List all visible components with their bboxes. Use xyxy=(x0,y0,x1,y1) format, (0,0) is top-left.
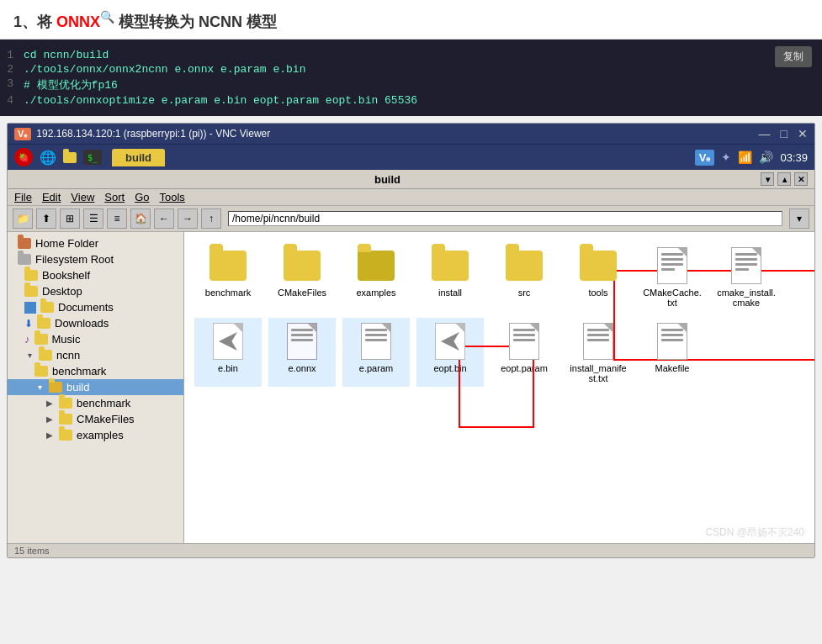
sidebar-build-label: build xyxy=(66,381,89,393)
text-file-cmake-install-icon xyxy=(731,247,761,284)
line-content-2: ./tools/onnx/onnx2ncnn e.onnx e.param e.… xyxy=(24,63,305,76)
sidebar-item-cmakefiles[interactable]: ▶ CMakeFiles xyxy=(8,411,183,427)
maximize-button[interactable]: □ xyxy=(781,127,788,140)
file-item-cmake-install[interactable]: cmake_install.cmake xyxy=(713,242,780,311)
parent-btn[interactable]: ↑ xyxy=(201,209,221,229)
file-label-benchmark: benchmark xyxy=(205,288,251,298)
address-dropdown-btn[interactable]: ▾ xyxy=(789,209,809,229)
sidebar-item-desktop[interactable]: Desktop xyxy=(8,283,183,299)
file-label-makefile: Makefile xyxy=(655,363,690,373)
heading-suffix: 模型转换为 NCNN 模型 xyxy=(114,13,277,30)
menu-file[interactable]: File xyxy=(14,191,32,203)
code-block: 复制 1 cd ncnn/build 2 ./tools/onnx/onnx2n… xyxy=(0,40,822,116)
sidebar-ncnn-benchmark-label: benchmark xyxy=(52,365,106,377)
back-btn[interactable]: ← xyxy=(154,209,174,229)
menu-edit[interactable]: Edit xyxy=(42,191,61,203)
fm-toolbar: 📁 ⬆ ⊞ ☰ ≡ 🏠 ← → ↑ /home/pi/ncnn/build ▾ xyxy=(8,206,814,232)
folder-benchmark-icon xyxy=(209,251,247,281)
onnx-text: ONNX xyxy=(56,13,100,30)
file-item-tools[interactable]: tools xyxy=(565,242,632,311)
ncnn-folder-icon xyxy=(39,350,52,361)
sidebar-item-build[interactable]: ▾ build xyxy=(8,379,183,395)
globe-icon: 🌐 xyxy=(40,150,56,166)
file-item-makefile[interactable]: Makefile xyxy=(639,318,706,387)
file-manager: build ▾ ▴ ✕ File Edit View Sort Go Tools… xyxy=(8,170,814,557)
address-bar[interactable]: /home/pi/ncnn/build xyxy=(228,211,782,226)
sidebar-item-downloads[interactable]: ⬇ Downloads xyxy=(8,315,183,331)
file-label-install-manifest: install_manifest.txt xyxy=(568,363,628,383)
file-item-cmakecache[interactable]: CMakeCache.txt xyxy=(639,242,706,311)
file-item-examples[interactable]: examples xyxy=(342,242,410,311)
menu-tools[interactable]: Tools xyxy=(160,191,185,203)
vnc-toolbar-left: 🍓 🌐 $_ build xyxy=(14,148,165,166)
sidebar-item-bookshelf[interactable]: Bookshelf xyxy=(8,267,183,283)
menu-sort[interactable]: Sort xyxy=(104,191,125,203)
sidebar-item-ncnn[interactable]: ▾ ncnn xyxy=(8,347,183,363)
volume-icon: 🔊 xyxy=(759,150,773,164)
sidebar-item-examples[interactable]: ▶ examples xyxy=(8,427,183,443)
line-content-3: # 模型优化为fp16 xyxy=(24,77,118,92)
file-item-ebin[interactable]: e.bin xyxy=(194,318,262,387)
file-label-eoptparam: eopt.param xyxy=(501,363,548,373)
fm-close-btn[interactable]: ✕ xyxy=(794,172,808,186)
view-detail-btn[interactable]: ≡ xyxy=(107,209,127,229)
benchmark2-icon xyxy=(59,398,72,409)
sidebar-examples-label: examples xyxy=(77,429,124,441)
file-label-eoptbin: eopt.bin xyxy=(433,363,466,373)
file-item-eoptbin[interactable]: eopt.bin xyxy=(416,318,484,387)
sidebar-item-benchmark2[interactable]: ▶ benchmark xyxy=(8,395,183,411)
folder-icon xyxy=(63,152,77,163)
fm-menubar: File Edit View Sort Go Tools xyxy=(8,189,814,206)
file-item-src[interactable]: src xyxy=(491,242,558,311)
cmakefiles-icon xyxy=(59,414,72,425)
up-btn[interactable]: ⬆ xyxy=(36,209,56,229)
menu-view[interactable]: View xyxy=(71,191,94,203)
fm-header: build ▾ ▴ ✕ xyxy=(8,170,814,189)
documents-folder-icon xyxy=(40,302,54,313)
file-label-src: src xyxy=(518,288,531,298)
vnc-logo-badge: Vₑ xyxy=(14,128,31,140)
file-item-install[interactable]: install xyxy=(416,242,484,311)
file-item-install-manifest[interactable]: install_manifest.txt xyxy=(565,318,632,387)
makefile-icon xyxy=(657,323,687,360)
filesystem-icon xyxy=(18,254,31,265)
file-item-benchmark[interactable]: benchmark xyxy=(194,242,262,311)
build-tab[interactable]: build xyxy=(112,149,165,166)
fm-maximize-btn[interactable]: ▴ xyxy=(777,172,791,186)
file-label-examples: examples xyxy=(356,288,395,298)
sidebar-item-documents[interactable]: Documents xyxy=(8,299,183,315)
forward-btn[interactable]: → xyxy=(178,209,198,229)
line-num-4: 4 xyxy=(0,94,24,107)
file-label-cmakefiles: CMakeFiles xyxy=(278,288,326,298)
fm-status-text: 15 items xyxy=(14,546,50,556)
fm-minimize-btn[interactable]: ▾ xyxy=(761,172,774,186)
file-item-eonnx[interactable]: e.onnx xyxy=(268,318,336,387)
new-folder-btn[interactable]: 📁 xyxy=(13,209,33,229)
sidebar-item-home-folder[interactable]: Home Folder xyxy=(8,235,183,251)
cmakefiles-expand-icon: ▶ xyxy=(45,414,55,425)
view-grid-btn[interactable]: ⊞ xyxy=(60,209,80,229)
code-line-2: 2 ./tools/onnx/onnx2ncnn e.onnx e.param … xyxy=(0,62,822,77)
file-item-eparam[interactable]: e.param xyxy=(342,318,410,387)
build-folder-icon xyxy=(49,382,62,393)
menu-go[interactable]: Go xyxy=(135,191,149,203)
ncnn-benchmark-icon xyxy=(34,366,48,377)
sidebar-item-filesystem[interactable]: Filesystem Root xyxy=(8,251,183,267)
folder-src-icon xyxy=(506,251,543,281)
copy-button[interactable]: 复制 xyxy=(775,46,812,67)
view-list-btn[interactable]: ☰ xyxy=(83,209,103,229)
vnc-title-left: Vₑ 192.168.134.120:1 (raspberrypi:1 (pi)… xyxy=(14,128,270,140)
home-btn[interactable]: 🏠 xyxy=(130,209,151,229)
home-folder-icon xyxy=(18,238,31,249)
close-button[interactable]: ✕ xyxy=(798,127,808,140)
sidebar-item-music[interactable]: ♪ Music xyxy=(8,331,183,347)
bookshelf-icon xyxy=(24,270,38,281)
file-item-eoptparam[interactable]: eopt.param xyxy=(491,318,558,387)
file-item-cmakefiles[interactable]: CMakeFiles xyxy=(268,242,336,311)
text-file-cmakecache-icon xyxy=(657,247,687,284)
ebin-icon xyxy=(213,323,243,360)
fm-sidebar: Home Folder Filesystem Root Bookshelf De… xyxy=(8,232,184,543)
minimize-button[interactable]: — xyxy=(759,127,771,140)
wifi-icon: 📶 xyxy=(738,150,752,164)
sidebar-item-ncnn-benchmark[interactable]: benchmark xyxy=(8,363,183,379)
